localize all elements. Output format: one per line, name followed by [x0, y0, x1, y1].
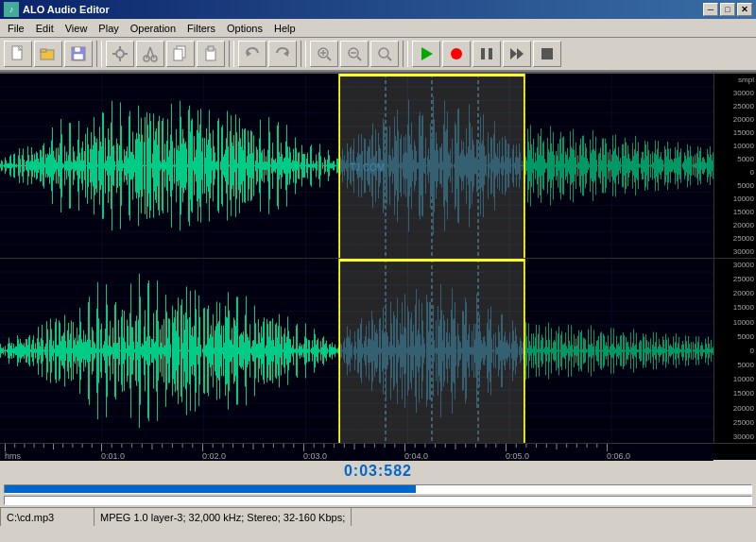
menu-options[interactable]: Options	[221, 20, 268, 37]
waveform-top[interactable]: TJ.COM	[0, 74, 713, 258]
svg-marker-20	[284, 50, 288, 57]
play-button[interactable]	[412, 41, 440, 67]
undo-button[interactable]	[238, 41, 266, 67]
menu-edit[interactable]: Edit	[30, 20, 60, 37]
copy-button[interactable]	[166, 41, 195, 67]
svg-marker-19	[247, 50, 251, 57]
settings-button[interactable]	[106, 41, 134, 67]
transport-display: 0:03:582	[0, 460, 756, 483]
timeline	[0, 443, 756, 460]
svg-rect-16	[174, 49, 182, 60]
menu-play[interactable]: Play	[93, 20, 124, 37]
maximize-button[interactable]: □	[720, 3, 735, 16]
menu-file[interactable]: File	[2, 20, 30, 37]
svg-line-29	[387, 57, 391, 60]
svg-rect-33	[489, 48, 492, 59]
toolbar-sep-1	[96, 41, 102, 67]
svg-marker-35	[517, 48, 524, 59]
window-controls: ─ □ ✕	[703, 3, 752, 16]
status-file: C:\cd.mp3	[0, 508, 94, 526]
toolbar-sep-4	[403, 41, 408, 67]
progress-bar-2[interactable]	[4, 496, 752, 505]
progress-area	[0, 483, 756, 507]
progress-bar-1[interactable]	[4, 484, 752, 494]
svg-line-22	[327, 57, 331, 60]
svg-point-6	[116, 50, 124, 58]
menu-filters[interactable]: Filters	[181, 20, 221, 37]
stop-button[interactable]	[533, 41, 561, 67]
minimize-button[interactable]: ─	[703, 3, 718, 16]
scale-right-bottom: 30000 25000 20000 15000 10000 5000 0 500…	[713, 259, 756, 443]
svg-marker-34	[510, 48, 517, 59]
app-title: ALO Audio Editor	[23, 4, 703, 15]
pause-button[interactable]	[472, 41, 501, 67]
progress-fill-1	[5, 485, 416, 493]
menu-operation[interactable]: Operation	[125, 20, 181, 37]
svg-point-28	[379, 48, 388, 58]
menu-view[interactable]: View	[60, 20, 94, 37]
toolbar-sep-3	[301, 41, 306, 67]
svg-point-31	[451, 48, 462, 59]
cut-button[interactable]	[136, 41, 164, 67]
zoom-in-button[interactable]	[310, 41, 338, 67]
status-bar: C:\cd.mp3 MPEG 1.0 layer-3; 32,000 kHz; …	[0, 507, 756, 526]
title-bar: ♪ ALO Audio Editor ─ □ ✕	[0, 0, 756, 19]
waveform-bottom-container: 30000 25000 20000 15000 10000 5000 0 500…	[0, 258, 756, 443]
toolbar-sep-2	[229, 41, 234, 67]
svg-rect-32	[481, 48, 485, 59]
svg-rect-2	[41, 49, 46, 52]
close-button[interactable]: ✕	[737, 3, 752, 16]
zoom-out-button[interactable]	[340, 41, 369, 67]
svg-marker-30	[421, 47, 433, 60]
time-display: 0:03:582	[344, 463, 412, 480]
app-icon: ♪	[4, 2, 19, 17]
open-button[interactable]	[34, 41, 62, 67]
redo-button[interactable]	[268, 41, 297, 67]
forward-button[interactable]	[503, 41, 531, 67]
waveform-bottom[interactable]	[0, 259, 713, 443]
new-button[interactable]	[4, 41, 32, 67]
save-button[interactable]	[64, 41, 93, 67]
toolbar	[0, 38, 756, 72]
status-info: MPEG 1.0 layer-3; 32,000 kHz; Stereo; 32…	[94, 508, 352, 526]
scale-right-top: smpl 30000 25000 20000 15000 10000 5000 …	[713, 74, 756, 258]
record-button[interactable]	[442, 41, 471, 67]
svg-rect-5	[74, 54, 83, 59]
menu-help[interactable]: Help	[268, 20, 301, 37]
svg-line-26	[357, 57, 361, 60]
svg-rect-18	[208, 46, 214, 51]
menu-bar: File Edit View Play Operation Filters Op…	[0, 19, 756, 38]
zoom-fit-button[interactable]	[370, 41, 399, 67]
waveform-top-container: TJ.COM smpl 30000 25000 20000 15000 1000…	[0, 72, 756, 258]
svg-rect-4	[75, 47, 80, 52]
svg-rect-36	[541, 48, 553, 59]
paste-button[interactable]	[197, 41, 225, 67]
